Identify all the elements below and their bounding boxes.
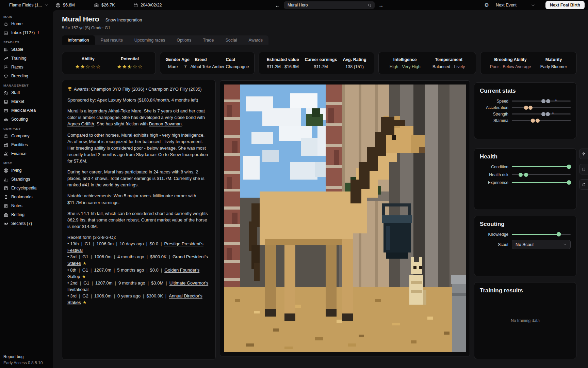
sidebar-item-scouting[interactable]: Scouting <box>3 115 53 124</box>
tab-social[interactable]: Social <box>219 35 243 45</box>
stat-slider <box>512 234 571 235</box>
home-icon <box>3 21 9 27</box>
sidebar-section-label: MANAGEMENT <box>3 83 53 87</box>
gear-icon[interactable]: ⚙ <box>484 2 490 8</box>
star-icon: ★ <box>83 300 87 305</box>
bookmark-icon <box>3 195 9 200</box>
sidebar-item-encyclopedia[interactable]: Encyclopedia <box>3 184 53 193</box>
race-link[interactable]: Annual Director's Stakes <box>67 293 202 305</box>
stat-dot <box>524 106 528 110</box>
info-field-label: Avg. Rating <box>343 57 366 62</box>
recent-form-title: Recent form (3-2-8-3-O): <box>67 234 210 241</box>
back-arrow-button[interactable]: ← <box>274 2 281 8</box>
sidebar-item-betting[interactable]: Betting <box>3 210 53 219</box>
sidebar-item-market[interactable]: Market <box>3 97 53 106</box>
scouting-title: Scouting <box>480 221 571 228</box>
alert-icon: ! <box>38 30 39 35</box>
forward-arrow-button[interactable]: → <box>377 2 385 8</box>
flag-icon <box>3 65 9 70</box>
person-link[interactable]: Damon Bowman <box>149 121 182 126</box>
sidebar-item-label: Races <box>11 65 23 70</box>
plus-marker: + <box>555 97 557 103</box>
star-rating: ★★☆☆☆ <box>75 64 101 70</box>
external-button[interactable] <box>579 179 588 190</box>
info-field: Avg. Rating138 (151) <box>343 57 366 69</box>
info-field: Breeding AbilityPoor - Below Average <box>490 57 531 69</box>
market-icon <box>3 99 9 104</box>
sidebar-item-secrets[interactable]: Secrets (7) <box>3 219 53 228</box>
search-bar[interactable] <box>284 1 375 9</box>
bio-paragraph: Notable achievements: Won 5 major races.… <box>67 193 210 205</box>
race-link[interactable]: Prestige President's Festival <box>67 241 203 253</box>
sidebar-item-stable[interactable]: Stable <box>3 45 53 54</box>
main-panel: Mural Hero Snow Incorporation 5 fur 157 … <box>53 10 588 368</box>
stat-dot <box>531 119 535 123</box>
race-link[interactable]: Ultimate Governor's Invitational <box>67 280 208 292</box>
recent-form-entry: • 13th|G1|1006.0m|10 days ago|$0.0|Prest… <box>67 241 210 254</box>
sidebar-item-label: Standings <box>11 177 30 182</box>
finance-icon <box>3 151 9 156</box>
sidebar-item-standings[interactable]: Standings <box>3 175 53 184</box>
tab-past-results[interactable]: Past results <box>95 35 129 45</box>
next-foal-birth-button[interactable]: Next Foal Birth <box>545 1 585 9</box>
search-input[interactable] <box>287 2 367 8</box>
stat-label: Stamina <box>480 118 508 123</box>
stat-label: Health risk <box>480 172 508 177</box>
sidebar-section-label: MISC <box>3 161 53 165</box>
top-bar: Flame Fields (1... $6.8M $26.7K 2040/02/… <box>0 0 588 10</box>
stat-row: Experience <box>480 180 571 185</box>
sparkle-button[interactable] <box>579 149 588 159</box>
stat-row: Stamina <box>480 118 571 123</box>
tab-awards[interactable]: Awards <box>243 35 268 45</box>
sidebar-item-bookmarks[interactable]: Bookmarks <box>3 193 53 201</box>
sidebar-item-home[interactable]: Home <box>3 19 53 28</box>
race-link[interactable]: Golden Founder's Gallop <box>67 267 199 279</box>
bio-card: Awards: Champion 3YO Filly (2036) • Cham… <box>62 80 216 360</box>
tab-information[interactable]: Information <box>62 35 95 45</box>
sidebar-item-races[interactable]: Races <box>3 63 53 72</box>
slider-knob <box>557 232 561 236</box>
next-event-button[interactable]: Next Event <box>494 2 519 8</box>
info-field: BreedAkhal Teke <box>190 57 211 69</box>
scout-dropdown[interactable]: No Scout <box>512 240 571 249</box>
stable-selector[interactable]: Flame Fields (1... <box>9 0 49 10</box>
search-icon <box>367 3 372 7</box>
tab-upcoming-races[interactable]: Upcoming races <box>129 35 171 45</box>
owner-name: Snow Incorporation <box>105 18 142 22</box>
sidebar-item-irving[interactable]: Irving <box>3 166 53 175</box>
sidebar-item-staff[interactable]: Staff <box>3 88 53 97</box>
sidebar-footer: Report bug Early Access 0.8.5.10 <box>3 354 43 365</box>
info-field-label: Coat <box>226 57 235 62</box>
sidebar-item-medical-area[interactable]: Medical Area <box>3 106 53 115</box>
stat-label: Knowledge <box>480 232 508 237</box>
sidebar-item-facilities[interactable]: Facilities <box>3 140 53 149</box>
sidebar-item-inbox[interactable]: Inbox (1127)! <box>3 28 53 37</box>
sidebar-item-notes[interactable]: Notes <box>3 201 53 210</box>
sidebar-item-company[interactable]: Company <box>3 132 53 140</box>
bio-paragraph: Sponsored by: Apex Luxury Motors ($108.8… <box>67 97 210 103</box>
sidebar-item-label: Training <box>11 56 27 61</box>
stat-slider <box>512 107 571 108</box>
info-card: Estimated value$11.2M - $16.9MCareer ear… <box>259 52 374 74</box>
content-row: Awards: Champion 3YO Filly (2036) • Cham… <box>62 80 577 360</box>
sidebar-item-finance[interactable]: Finance <box>3 149 53 158</box>
inbox-icon <box>3 30 9 35</box>
sidebar-item-breeding[interactable]: Breeding <box>3 72 53 80</box>
report-bug-link[interactable]: Report bug <box>3 354 43 359</box>
recent-form-entry: • 2nd|G1|1207.0m|9 months ago|$3.0M|Ulti… <box>67 280 210 293</box>
info-field: MaturityEarly Bloomer <box>540 57 567 69</box>
info-field: CoatAmber Champagne <box>212 57 249 69</box>
tab-options[interactable]: Options <box>171 35 197 45</box>
chevron-down-icon <box>562 242 567 247</box>
banner-button[interactable] <box>579 164 588 174</box>
person-link[interactable]: Agnes Griffith <box>67 121 94 126</box>
tab-trade[interactable]: Trade <box>197 35 219 45</box>
race-link[interactable]: Grand President's Stakes <box>67 254 208 266</box>
next-event-chevron-icon[interactable] <box>531 3 535 7</box>
info-field-label: Potential <box>121 57 139 61</box>
stat-label: Speed <box>480 99 508 104</box>
sidebar-item-training[interactable]: Training <box>3 54 53 63</box>
stat-slider <box>512 174 571 175</box>
slider-knob <box>567 180 571 185</box>
sidebar-section-label: MAIN <box>3 15 53 18</box>
